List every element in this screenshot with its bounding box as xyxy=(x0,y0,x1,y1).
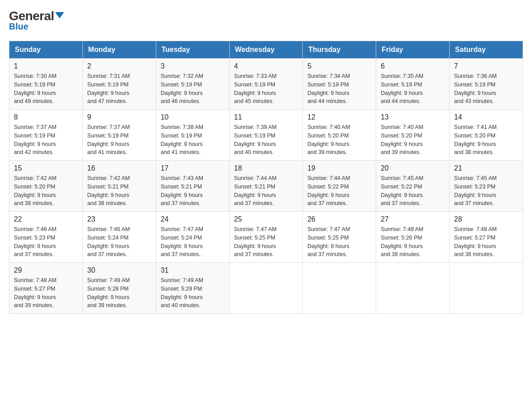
day-number: 26 xyxy=(307,215,371,223)
day-cell: 23 Sunrise: 7:46 AMSunset: 5:24 PMDaylig… xyxy=(82,212,156,263)
day-cell: 18 Sunrise: 7:44 AMSunset: 5:21 PMDaylig… xyxy=(229,161,303,212)
day-number: 1 xyxy=(14,62,78,70)
day-number: 7 xyxy=(454,62,518,70)
day-info: Sunrise: 7:37 AMSunset: 5:19 PMDaylight:… xyxy=(87,123,151,157)
day-number: 16 xyxy=(87,164,151,172)
day-number: 23 xyxy=(87,215,151,223)
day-cell xyxy=(376,263,450,314)
day-cell xyxy=(229,263,303,314)
day-number: 8 xyxy=(14,113,78,121)
header-cell-thursday: Thursday xyxy=(303,41,376,59)
header-cell-saturday: Saturday xyxy=(450,41,523,59)
day-cell: 20 Sunrise: 7:45 AMSunset: 5:22 PMDaylig… xyxy=(376,161,450,212)
day-info: Sunrise: 7:48 AMSunset: 5:27 PMDaylight:… xyxy=(454,225,518,259)
day-cell: 16 Sunrise: 7:42 AMSunset: 5:21 PMDaylig… xyxy=(82,161,156,212)
day-info: Sunrise: 7:34 AMSunset: 5:19 PMDaylight:… xyxy=(307,72,371,106)
day-info: Sunrise: 7:40 AMSunset: 5:20 PMDaylight:… xyxy=(381,123,445,157)
day-number: 29 xyxy=(14,266,78,274)
day-cell xyxy=(450,263,523,314)
day-cell: 24 Sunrise: 7:47 AMSunset: 5:24 PMDaylig… xyxy=(156,212,229,263)
calendar-table: SundayMondayTuesdayWednesdayThursdayFrid… xyxy=(9,41,523,314)
day-info: Sunrise: 7:42 AMSunset: 5:20 PMDaylight:… xyxy=(14,174,78,208)
day-info: Sunrise: 7:36 AMSunset: 5:19 PMDaylight:… xyxy=(454,72,518,106)
day-cell: 1 Sunrise: 7:30 AMSunset: 5:19 PMDayligh… xyxy=(9,59,83,110)
day-info: Sunrise: 7:49 AMSunset: 5:28 PMDaylight:… xyxy=(87,276,151,310)
day-cell: 9 Sunrise: 7:37 AMSunset: 5:19 PMDayligh… xyxy=(82,110,156,161)
day-number: 14 xyxy=(454,113,518,121)
day-info: Sunrise: 7:44 AMSunset: 5:21 PMDaylight:… xyxy=(234,174,298,208)
day-info: Sunrise: 7:47 AMSunset: 5:25 PMDaylight:… xyxy=(307,225,371,259)
logo-blue-text: Blue xyxy=(9,21,28,32)
day-info: Sunrise: 7:43 AMSunset: 5:21 PMDaylight:… xyxy=(161,174,225,208)
day-number: 9 xyxy=(87,113,151,121)
day-number: 30 xyxy=(87,266,151,274)
week-row-5: 29 Sunrise: 7:48 AMSunset: 5:27 PMDaylig… xyxy=(9,263,523,314)
day-info: Sunrise: 7:42 AMSunset: 5:21 PMDaylight:… xyxy=(87,174,151,208)
day-info: Sunrise: 7:46 AMSunset: 5:23 PMDaylight:… xyxy=(14,225,78,259)
day-number: 21 xyxy=(454,164,518,172)
day-info: Sunrise: 7:30 AMSunset: 5:19 PMDaylight:… xyxy=(14,72,78,106)
day-number: 12 xyxy=(307,113,371,121)
day-cell: 17 Sunrise: 7:43 AMSunset: 5:21 PMDaylig… xyxy=(156,161,229,212)
day-info: Sunrise: 7:41 AMSunset: 5:20 PMDaylight:… xyxy=(454,123,518,157)
day-info: Sunrise: 7:32 AMSunset: 5:19 PMDaylight:… xyxy=(161,72,225,106)
week-row-2: 8 Sunrise: 7:37 AMSunset: 5:19 PMDayligh… xyxy=(9,110,523,161)
day-cell: 8 Sunrise: 7:37 AMSunset: 5:19 PMDayligh… xyxy=(9,110,83,161)
day-cell: 13 Sunrise: 7:40 AMSunset: 5:20 PMDaylig… xyxy=(376,110,450,161)
day-number: 31 xyxy=(161,266,225,274)
day-cell: 3 Sunrise: 7:32 AMSunset: 5:19 PMDayligh… xyxy=(156,59,229,110)
day-number: 4 xyxy=(234,62,298,70)
week-row-1: 1 Sunrise: 7:30 AMSunset: 5:19 PMDayligh… xyxy=(9,59,523,110)
day-cell: 5 Sunrise: 7:34 AMSunset: 5:19 PMDayligh… xyxy=(303,59,376,110)
day-info: Sunrise: 7:31 AMSunset: 5:19 PMDaylight:… xyxy=(87,72,151,106)
day-cell: 4 Sunrise: 7:33 AMSunset: 5:19 PMDayligh… xyxy=(229,59,303,110)
day-number: 28 xyxy=(454,215,518,223)
day-number: 22 xyxy=(14,215,78,223)
day-cell: 12 Sunrise: 7:40 AMSunset: 5:20 PMDaylig… xyxy=(303,110,376,161)
day-cell: 26 Sunrise: 7:47 AMSunset: 5:25 PMDaylig… xyxy=(303,212,376,263)
header-cell-wednesday: Wednesday xyxy=(229,41,303,59)
day-number: 11 xyxy=(234,113,298,121)
day-cell: 31 Sunrise: 7:49 AMSunset: 5:29 PMDaylig… xyxy=(156,263,229,314)
day-info: Sunrise: 7:33 AMSunset: 5:19 PMDaylight:… xyxy=(234,72,298,106)
day-number: 19 xyxy=(307,164,371,172)
week-row-4: 22 Sunrise: 7:46 AMSunset: 5:23 PMDaylig… xyxy=(9,212,523,263)
day-number: 24 xyxy=(161,215,225,223)
day-info: Sunrise: 7:48 AMSunset: 5:26 PMDaylight:… xyxy=(381,225,445,259)
header-cell-friday: Friday xyxy=(376,41,450,59)
day-info: Sunrise: 7:44 AMSunset: 5:22 PMDaylight:… xyxy=(307,174,371,208)
logo: General Blue xyxy=(9,9,64,32)
day-cell: 15 Sunrise: 7:42 AMSunset: 5:20 PMDaylig… xyxy=(9,161,83,212)
day-info: Sunrise: 7:47 AMSunset: 5:24 PMDaylight:… xyxy=(161,225,225,259)
day-info: Sunrise: 7:45 AMSunset: 5:23 PMDaylight:… xyxy=(454,174,518,208)
logo-triangle-icon xyxy=(55,12,64,18)
calendar-body: 1 Sunrise: 7:30 AMSunset: 5:19 PMDayligh… xyxy=(9,59,523,314)
day-cell: 11 Sunrise: 7:39 AMSunset: 5:19 PMDaylig… xyxy=(229,110,303,161)
day-info: Sunrise: 7:38 AMSunset: 5:19 PMDaylight:… xyxy=(161,123,225,157)
day-cell: 30 Sunrise: 7:49 AMSunset: 5:28 PMDaylig… xyxy=(82,263,156,314)
header-cell-sunday: Sunday xyxy=(9,41,83,59)
day-cell: 19 Sunrise: 7:44 AMSunset: 5:22 PMDaylig… xyxy=(303,161,376,212)
day-number: 20 xyxy=(381,164,445,172)
day-cell: 27 Sunrise: 7:48 AMSunset: 5:26 PMDaylig… xyxy=(376,212,450,263)
day-cell: 21 Sunrise: 7:45 AMSunset: 5:23 PMDaylig… xyxy=(450,161,523,212)
day-info: Sunrise: 7:37 AMSunset: 5:19 PMDaylight:… xyxy=(14,123,78,157)
day-number: 5 xyxy=(307,62,371,70)
day-info: Sunrise: 7:39 AMSunset: 5:19 PMDaylight:… xyxy=(234,123,298,157)
day-info: Sunrise: 7:35 AMSunset: 5:19 PMDaylight:… xyxy=(381,72,445,106)
day-cell: 7 Sunrise: 7:36 AMSunset: 5:19 PMDayligh… xyxy=(450,59,523,110)
header-row: SundayMondayTuesdayWednesdayThursdayFrid… xyxy=(9,41,523,59)
page-header: General Blue xyxy=(9,9,523,32)
day-cell: 2 Sunrise: 7:31 AMSunset: 5:19 PMDayligh… xyxy=(82,59,156,110)
day-cell: 25 Sunrise: 7:47 AMSunset: 5:25 PMDaylig… xyxy=(229,212,303,263)
day-number: 10 xyxy=(161,113,225,121)
day-number: 17 xyxy=(161,164,225,172)
day-number: 13 xyxy=(381,113,445,121)
week-row-3: 15 Sunrise: 7:42 AMSunset: 5:20 PMDaylig… xyxy=(9,161,523,212)
day-number: 3 xyxy=(161,62,225,70)
day-cell: 22 Sunrise: 7:46 AMSunset: 5:23 PMDaylig… xyxy=(9,212,83,263)
day-cell: 6 Sunrise: 7:35 AMSunset: 5:19 PMDayligh… xyxy=(376,59,450,110)
day-number: 18 xyxy=(234,164,298,172)
day-number: 6 xyxy=(381,62,445,70)
day-number: 25 xyxy=(234,215,298,223)
